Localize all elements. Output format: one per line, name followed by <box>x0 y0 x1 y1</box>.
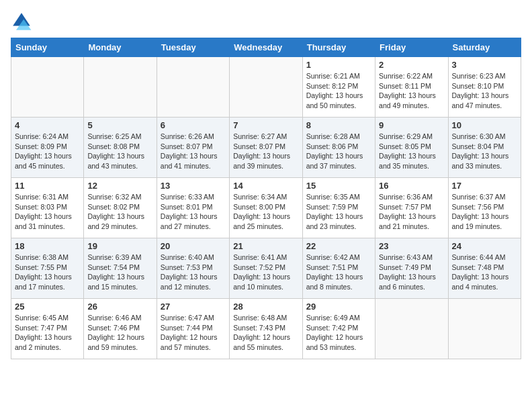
day-detail: Sunrise: 6:24 AMSunset: 8:09 PMDaylight:… <box>15 132 80 171</box>
calendar-cell: 16Sunrise: 6:36 AMSunset: 7:57 PMDayligh… <box>375 178 448 238</box>
calendar-cell: 22Sunrise: 6:42 AMSunset: 7:51 PMDayligh… <box>302 238 375 299</box>
calendar-cell: 26Sunrise: 6:46 AMSunset: 7:46 PMDayligh… <box>84 299 157 359</box>
calendar-cell: 28Sunrise: 6:48 AMSunset: 7:43 PMDayligh… <box>230 299 302 359</box>
calendar-cell: 20Sunrise: 6:40 AMSunset: 7:53 PMDayligh… <box>157 238 229 299</box>
calendar-day-header: Monday <box>84 38 157 57</box>
logo <box>11 11 35 32</box>
day-number: 26 <box>87 302 152 312</box>
calendar-day-header: Thursday <box>302 38 375 57</box>
day-detail: Sunrise: 6:47 AMSunset: 7:44 PMDaylight:… <box>161 313 226 353</box>
day-number: 2 <box>379 60 444 70</box>
calendar-week-row: 1Sunrise: 6:21 AMSunset: 8:12 PMDaylight… <box>11 57 521 118</box>
calendar-cell <box>448 299 521 359</box>
day-number: 14 <box>233 181 298 191</box>
calendar-cell: 18Sunrise: 6:38 AMSunset: 7:55 PMDayligh… <box>11 238 84 299</box>
day-detail: Sunrise: 6:34 AMSunset: 8:00 PMDaylight:… <box>233 192 298 232</box>
day-detail: Sunrise: 6:45 AMSunset: 7:47 PMDaylight:… <box>15 313 80 353</box>
calendar-cell: 11Sunrise: 6:31 AMSunset: 8:03 PMDayligh… <box>11 178 84 238</box>
day-number: 3 <box>452 60 517 70</box>
calendar-cell: 12Sunrise: 6:32 AMSunset: 8:02 PMDayligh… <box>84 178 157 238</box>
calendar-cell <box>230 57 302 118</box>
day-detail: Sunrise: 6:44 AMSunset: 7:48 PMDaylight:… <box>452 253 517 292</box>
calendar-day-header: Sunday <box>11 38 84 57</box>
calendar-day-header: Wednesday <box>230 38 302 57</box>
page-header <box>11 11 521 32</box>
day-number: 9 <box>379 120 444 130</box>
day-number: 18 <box>15 241 80 251</box>
day-detail: Sunrise: 6:48 AMSunset: 7:43 PMDaylight:… <box>233 313 298 353</box>
day-detail: Sunrise: 6:33 AMSunset: 8:01 PMDaylight:… <box>161 192 226 232</box>
day-detail: Sunrise: 6:36 AMSunset: 7:57 PMDaylight:… <box>379 192 444 232</box>
day-detail: Sunrise: 6:41 AMSunset: 7:52 PMDaylight:… <box>233 253 298 292</box>
day-detail: Sunrise: 6:27 AMSunset: 8:07 PMDaylight:… <box>233 132 298 171</box>
day-detail: Sunrise: 6:25 AMSunset: 8:08 PMDaylight:… <box>87 132 152 171</box>
calendar-cell: 1Sunrise: 6:21 AMSunset: 8:12 PMDaylight… <box>302 57 375 118</box>
calendar-cell: 24Sunrise: 6:44 AMSunset: 7:48 PMDayligh… <box>448 238 521 299</box>
day-number: 5 <box>87 120 152 130</box>
calendar-cell: 21Sunrise: 6:41 AMSunset: 7:52 PMDayligh… <box>230 238 302 299</box>
calendar-week-row: 25Sunrise: 6:45 AMSunset: 7:47 PMDayligh… <box>11 299 521 359</box>
day-detail: Sunrise: 6:32 AMSunset: 8:02 PMDaylight:… <box>87 192 152 232</box>
day-number: 25 <box>15 302 80 312</box>
calendar-cell: 25Sunrise: 6:45 AMSunset: 7:47 PMDayligh… <box>11 299 84 359</box>
day-number: 1 <box>306 60 371 70</box>
day-detail: Sunrise: 6:38 AMSunset: 7:55 PMDaylight:… <box>15 253 80 292</box>
day-detail: Sunrise: 6:29 AMSunset: 8:05 PMDaylight:… <box>379 132 444 171</box>
day-number: 11 <box>15 181 80 191</box>
calendar-cell: 6Sunrise: 6:26 AMSunset: 8:07 PMDaylight… <box>157 118 229 178</box>
day-number: 6 <box>161 120 226 130</box>
day-number: 23 <box>379 241 444 251</box>
day-number: 19 <box>87 241 152 251</box>
day-number: 28 <box>233 302 298 312</box>
logo-icon <box>11 11 32 32</box>
day-number: 8 <box>306 120 371 130</box>
day-number: 15 <box>306 181 371 191</box>
calendar-week-row: 11Sunrise: 6:31 AMSunset: 8:03 PMDayligh… <box>11 178 521 238</box>
day-detail: Sunrise: 6:39 AMSunset: 7:54 PMDaylight:… <box>87 253 152 292</box>
day-detail: Sunrise: 6:49 AMSunset: 7:42 PMDaylight:… <box>306 313 371 353</box>
day-number: 16 <box>379 181 444 191</box>
day-detail: Sunrise: 6:43 AMSunset: 7:49 PMDaylight:… <box>379 253 444 292</box>
calendar-header-row: SundayMondayTuesdayWednesdayThursdayFrid… <box>11 38 521 57</box>
calendar-cell <box>11 57 84 118</box>
calendar-week-row: 4Sunrise: 6:24 AMSunset: 8:09 PMDaylight… <box>11 118 521 178</box>
day-detail: Sunrise: 6:35 AMSunset: 7:59 PMDaylight:… <box>306 192 371 232</box>
day-number: 27 <box>161 302 226 312</box>
calendar-cell: 2Sunrise: 6:22 AMSunset: 8:11 PMDaylight… <box>375 57 448 118</box>
day-number: 17 <box>452 181 517 191</box>
day-detail: Sunrise: 6:21 AMSunset: 8:12 PMDaylight:… <box>306 71 371 111</box>
calendar-cell: 14Sunrise: 6:34 AMSunset: 8:00 PMDayligh… <box>230 178 302 238</box>
day-number: 10 <box>452 120 517 130</box>
calendar-cell: 4Sunrise: 6:24 AMSunset: 8:09 PMDaylight… <box>11 118 84 178</box>
calendar-cell <box>84 57 157 118</box>
day-detail: Sunrise: 6:46 AMSunset: 7:46 PMDaylight:… <box>87 313 152 353</box>
day-detail: Sunrise: 6:22 AMSunset: 8:11 PMDaylight:… <box>379 71 444 111</box>
calendar-cell <box>375 299 448 359</box>
calendar-cell: 5Sunrise: 6:25 AMSunset: 8:08 PMDaylight… <box>84 118 157 178</box>
day-detail: Sunrise: 6:26 AMSunset: 8:07 PMDaylight:… <box>161 132 226 171</box>
calendar-cell: 3Sunrise: 6:23 AMSunset: 8:10 PMDaylight… <box>448 57 521 118</box>
day-number: 12 <box>87 181 152 191</box>
calendar-cell: 19Sunrise: 6:39 AMSunset: 7:54 PMDayligh… <box>84 238 157 299</box>
day-number: 7 <box>233 120 298 130</box>
calendar-cell: 29Sunrise: 6:49 AMSunset: 7:42 PMDayligh… <box>302 299 375 359</box>
day-detail: Sunrise: 6:30 AMSunset: 8:04 PMDaylight:… <box>452 132 517 171</box>
calendar-cell: 9Sunrise: 6:29 AMSunset: 8:05 PMDaylight… <box>375 118 448 178</box>
calendar-cell: 8Sunrise: 6:28 AMSunset: 8:06 PMDaylight… <box>302 118 375 178</box>
day-detail: Sunrise: 6:37 AMSunset: 7:56 PMDaylight:… <box>452 192 517 232</box>
day-detail: Sunrise: 6:28 AMSunset: 8:06 PMDaylight:… <box>306 132 371 171</box>
calendar-cell: 17Sunrise: 6:37 AMSunset: 7:56 PMDayligh… <box>448 178 521 238</box>
day-number: 13 <box>161 181 226 191</box>
day-number: 29 <box>306 302 371 312</box>
day-number: 22 <box>306 241 371 251</box>
calendar-week-row: 18Sunrise: 6:38 AMSunset: 7:55 PMDayligh… <box>11 238 521 299</box>
calendar-cell <box>157 57 229 118</box>
day-number: 21 <box>233 241 298 251</box>
calendar-table: SundayMondayTuesdayWednesdayThursdayFrid… <box>11 38 521 359</box>
calendar-cell: 27Sunrise: 6:47 AMSunset: 7:44 PMDayligh… <box>157 299 229 359</box>
calendar-cell: 15Sunrise: 6:35 AMSunset: 7:59 PMDayligh… <box>302 178 375 238</box>
calendar-day-header: Tuesday <box>157 38 229 57</box>
day-detail: Sunrise: 6:23 AMSunset: 8:10 PMDaylight:… <box>452 71 517 111</box>
calendar-day-header: Friday <box>375 38 448 57</box>
calendar-cell: 13Sunrise: 6:33 AMSunset: 8:01 PMDayligh… <box>157 178 229 238</box>
